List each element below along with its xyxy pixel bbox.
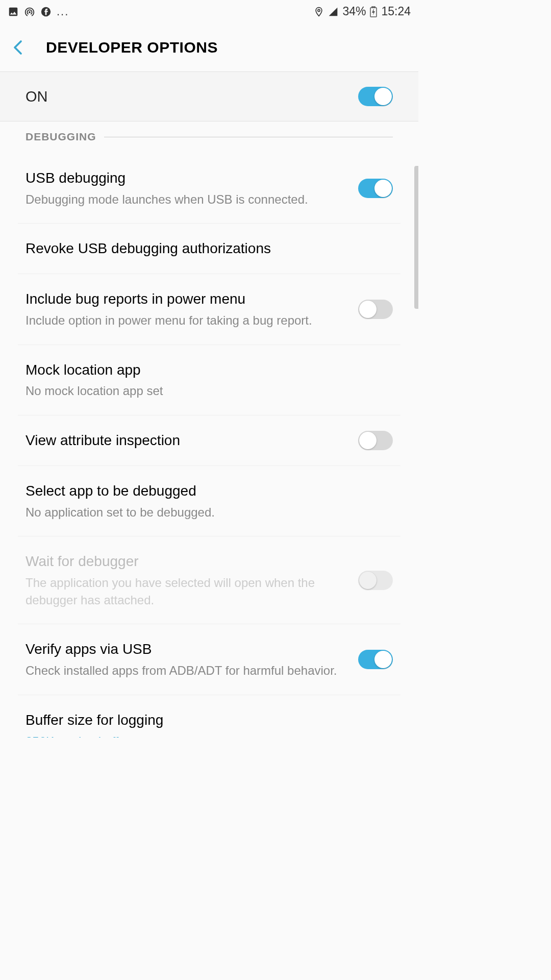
setting-mock-location-app[interactable]: Mock location app No mock location app s… [0,345,418,415]
setting-text: Wait for debugger The application you ha… [26,552,348,608]
battery-charging-icon [370,6,377,17]
status-bar: ... 34% 15:24 [0,0,418,23]
setting-title: Verify apps via USB [26,640,348,659]
setting-title: Select app to be debugged [26,481,393,501]
setting-title: Buffer size for logging [26,710,393,730]
setting-buffer-size-logging[interactable]: Buffer size for logging 256K per log buf… [0,695,418,738]
setting-text: Mock location app No mock location app s… [26,360,393,400]
setting-subtitle: The application you have selected will o… [26,574,348,608]
setting-text: Include bug reports in power menu Includ… [26,289,348,329]
toggle-wait-debugger [358,571,393,590]
setting-title: Revoke USB debugging authorizations [26,239,393,258]
setting-bug-reports-power-menu[interactable]: Include bug reports in power menu Includ… [0,274,418,344]
setting-text: Verify apps via USB Check installed apps… [26,640,348,679]
setting-wait-for-debugger: Wait for debugger The application you ha… [0,536,418,624]
setting-title: View attribute inspection [26,431,348,450]
setting-subtitle: No mock location app set [26,382,393,400]
settings-list: USB debugging Debugging mode launches wh… [0,143,418,738]
svg-point-1 [318,9,320,11]
setting-subtitle: No application set to be debugged. [26,504,393,521]
setting-title: USB debugging [26,168,348,188]
toggle-bug-reports[interactable] [358,300,393,319]
scroll-indicator[interactable] [414,166,418,309]
section-header: DEBUGGING [0,121,418,143]
signal-icon [328,7,338,17]
status-time: 15:24 [381,5,411,18]
section-label: DEBUGGING [26,131,96,143]
setting-subtitle: Check installed apps from ADB/ADT for ha… [26,662,348,679]
setting-subtitle: Include option in power menu for taking … [26,312,348,329]
setting-revoke-usb-auth[interactable]: Revoke USB debugging authorizations [0,224,418,274]
more-icon: ... [57,5,69,18]
setting-title: Mock location app [26,360,393,380]
setting-title: Include bug reports in power menu [26,289,348,309]
location-icon [314,7,324,17]
page-title: DEVELOPER OPTIONS [46,39,218,56]
toggle-usb-debugging[interactable] [358,179,393,198]
toggle-view-attribute[interactable] [358,431,393,450]
master-toggle[interactable] [358,87,393,106]
setting-subtitle: Debugging mode launches when USB is conn… [26,191,348,208]
svg-rect-3 [372,7,375,8]
setting-select-debug-app[interactable]: Select app to be debugged No application… [0,466,418,536]
facebook-icon [40,6,52,17]
setting-text: Select app to be debugged No application… [26,481,393,521]
section-divider-line [104,137,393,137]
setting-text: Revoke USB debugging authorizations [26,239,393,258]
setting-subtitle: 256K per log buffer [26,733,393,738]
setting-title: Wait for debugger [26,552,348,571]
setting-usb-debugging[interactable]: USB debugging Debugging mode launches wh… [0,143,418,223]
master-toggle-label: ON [26,88,48,105]
app-header: DEVELOPER OPTIONS [0,23,418,71]
master-toggle-row[interactable]: ON [0,71,418,121]
hotspot-icon [24,6,35,17]
status-right: 34% 15:24 [314,5,411,18]
setting-view-attribute-inspection[interactable]: View attribute inspection [0,415,418,465]
setting-verify-apps-usb[interactable]: Verify apps via USB Check installed apps… [0,624,418,694]
battery-percent: 34% [342,5,366,18]
back-button[interactable] [10,40,26,55]
setting-text: Buffer size for logging 256K per log buf… [26,710,393,738]
setting-text: View attribute inspection [26,431,348,450]
picture-icon [8,6,19,17]
setting-text: USB debugging Debugging mode launches wh… [26,168,348,208]
toggle-verify-apps[interactable] [358,650,393,669]
status-left-icons: ... [8,5,69,18]
